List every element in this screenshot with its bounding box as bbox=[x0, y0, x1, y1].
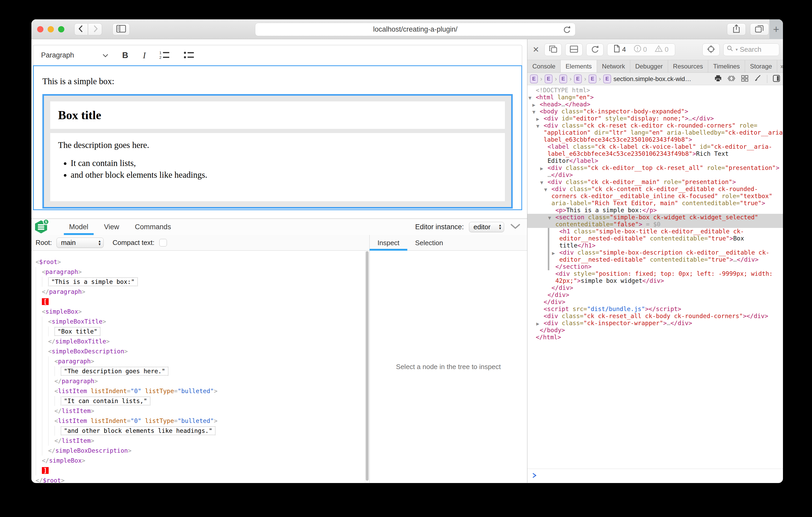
dom-tree-line[interactable]: <p>This is a simple box:</p> bbox=[527, 207, 783, 214]
dom-tree-line[interactable]: ▶<div class="ck ck-editor__top ck-reset_… bbox=[527, 164, 783, 172]
dom-tree-line[interactable]: label_e63cbbfece34c53ce23501062343f49b8"… bbox=[527, 150, 783, 157]
error-count[interactable]: 0 bbox=[634, 45, 647, 54]
breadcrumb-element-badge[interactable]: E bbox=[559, 74, 567, 83]
intro-paragraph[interactable]: This is a simple box: bbox=[42, 77, 513, 86]
dom-tree-line[interactable]: ▶<div class="ck-inspector-wrapper">…</di… bbox=[527, 320, 783, 327]
issue-counters[interactable]: 4 0 bbox=[607, 43, 675, 56]
model-tree-line[interactable]: [ bbox=[36, 297, 369, 307]
dom-tree-line[interactable]: <label class="ck ck-label ck-voice-label… bbox=[527, 143, 783, 150]
simple-box-title-field[interactable]: Box title bbox=[50, 101, 505, 129]
tab-storage[interactable]: Storage bbox=[745, 60, 777, 72]
tab-commands[interactable]: Commands bbox=[127, 219, 179, 235]
model-tree-line[interactable]: <paragraph> bbox=[36, 356, 369, 366]
model-tree-scrollbar[interactable] bbox=[365, 251, 369, 483]
model-tree-line[interactable]: </listItem> bbox=[36, 406, 369, 416]
tab-console[interactable]: Console bbox=[527, 60, 560, 72]
dom-tree-line[interactable]: <h1 class="simple-box-title ck-editor__e… bbox=[527, 228, 783, 235]
breadcrumb-selected-node[interactable]: section.simple-box.ck-wid… bbox=[613, 75, 691, 83]
model-tree-line[interactable]: </simpleBoxDescription> bbox=[36, 446, 369, 456]
quick-console[interactable] bbox=[527, 469, 783, 483]
tab-inspect[interactable]: Inspect bbox=[370, 235, 407, 251]
breadcrumb-element-badge[interactable]: E bbox=[588, 74, 597, 83]
dom-tree-line[interactable]: editor__nested-editable" contenteditable… bbox=[527, 235, 783, 242]
dom-tree-line[interactable]: ▼<section class="simple-box ck-widget ck… bbox=[527, 214, 783, 221]
dock-side-button[interactable] bbox=[544, 43, 562, 56]
titlebar[interactable]: localhost/creating-a-plugin/ bbox=[31, 19, 783, 39]
close-devtools-button[interactable]: ✕ bbox=[531, 45, 541, 54]
dom-tree-line[interactable]: ▼<html lang="en"> bbox=[527, 94, 783, 101]
dom-tree-line[interactable]: title</h1> bbox=[527, 242, 783, 249]
zoom-window-button[interactable] bbox=[58, 26, 64, 32]
dom-tree-line[interactable]: ▶<div class="simple-box-description ck-e… bbox=[527, 249, 783, 256]
model-tree-line[interactable]: "Box title" bbox=[36, 327, 369, 336]
dom-tree-line[interactable]: </div> bbox=[527, 292, 783, 299]
dom-tree-line[interactable]: corners ck-editor__editable_inline ck-fo… bbox=[527, 193, 783, 200]
scrollbar-thumb[interactable] bbox=[366, 251, 369, 481]
dom-tree-line[interactable]: …</div> bbox=[527, 172, 783, 179]
breadcrumb-element-badge[interactable]: E bbox=[530, 74, 538, 83]
simple-box-widget[interactable]: Box title The description goes here. It … bbox=[42, 94, 513, 209]
collapse-triangle-icon[interactable]: ▼ bbox=[536, 123, 544, 130]
dom-tree-line[interactable]: ▶<head>…</head> bbox=[527, 101, 783, 108]
compact-text-checkbox[interactable] bbox=[159, 239, 167, 246]
dom-tree-line[interactable]: <!DOCTYPE html> bbox=[527, 87, 783, 94]
model-tree-line[interactable]: </paragraph> bbox=[36, 376, 369, 386]
model-tree-line[interactable]: <paragraph> bbox=[36, 267, 369, 277]
root-select[interactable]: main ▲▼ bbox=[57, 238, 104, 248]
dom-tree-line[interactable]: Editor</label> bbox=[527, 157, 783, 164]
dom-tree-line[interactable]: <div style="position: fixed; top: 0px; l… bbox=[527, 270, 783, 277]
bulleted-list-button[interactable] bbox=[183, 51, 195, 60]
collapse-triangle-icon[interactable]: ▼ bbox=[540, 179, 548, 186]
tab-model[interactable]: Model bbox=[61, 219, 96, 235]
share-button[interactable] bbox=[727, 23, 746, 35]
dom-tree-line[interactable]: </body> bbox=[527, 327, 783, 334]
editor-instance-select[interactable]: editor ▲▼ bbox=[469, 222, 504, 232]
dom-tree-line[interactable]: ▼<div class="ck ck-reset ck-editor ck-ro… bbox=[527, 122, 783, 129]
tab-resources[interactable]: Resources bbox=[668, 60, 708, 72]
model-tree-line[interactable]: </paragraph> bbox=[36, 287, 369, 297]
collapse-triangle-icon[interactable]: ▼ bbox=[548, 215, 555, 222]
box-list-item[interactable]: and other block elements like headings. bbox=[70, 170, 497, 180]
print-styles-button[interactable] bbox=[714, 75, 722, 83]
model-tree-line[interactable]: ] bbox=[36, 465, 369, 476]
model-tree-line[interactable]: <simpleBoxDescription> bbox=[36, 346, 369, 356]
tab-overview-button[interactable] bbox=[750, 23, 769, 35]
tab-overflow-button[interactable]: » bbox=[777, 60, 783, 72]
model-tree-line[interactable]: "and other block elements like headings.… bbox=[36, 426, 369, 436]
tab-debugger[interactable]: Debugger bbox=[630, 60, 668, 72]
dom-tree-line[interactable]: ▼<body class="ck-inspector-body-expanded… bbox=[527, 108, 783, 115]
dom-tree-line[interactable]: editor__nested-editable" contenteditable… bbox=[527, 256, 783, 263]
paragraph-dropdown[interactable]: Paragraph bbox=[41, 51, 109, 59]
breadcrumb-element-badge[interactable]: E bbox=[603, 74, 611, 83]
dom-tree-line[interactable]: label_e63cbbfece34c53ce23501062343f49b8"… bbox=[527, 136, 783, 143]
model-tree-line[interactable]: "This is a simple box:" bbox=[36, 277, 369, 287]
layout-grid-button[interactable] bbox=[741, 75, 749, 83]
model-tree-line[interactable]: </simpleBox> bbox=[36, 456, 369, 465]
dom-tree-line[interactable]: <script src="dist/bundle.js"></script> bbox=[527, 306, 783, 313]
box-title-text[interactable]: Box title bbox=[58, 108, 497, 122]
collapse-inspector-button[interactable] bbox=[509, 223, 521, 231]
model-tree-line[interactable]: <simpleBoxTitle> bbox=[36, 316, 369, 327]
expand-triangle-icon[interactable]: ▶ bbox=[532, 102, 540, 109]
expand-triangle-icon[interactable]: ▶ bbox=[536, 116, 544, 123]
sidebar-toggle-button[interactable] bbox=[113, 23, 130, 35]
minimize-window-button[interactable] bbox=[48, 26, 54, 32]
tab-network[interactable]: Network bbox=[597, 60, 630, 72]
dock-bottom-button[interactable] bbox=[565, 43, 583, 56]
model-tree-line[interactable]: </$root> bbox=[36, 476, 369, 483]
dom-tree-line[interactable]: ▶<div id="editor" style="display: none;"… bbox=[527, 115, 783, 122]
tab-elements[interactable]: Elements bbox=[560, 60, 597, 72]
collapse-triangle-icon[interactable]: ▼ bbox=[532, 109, 540, 116]
model-tree-line[interactable]: <$root> bbox=[36, 257, 369, 267]
model-tree-line[interactable]: </simpleBoxTitle> bbox=[36, 336, 369, 346]
collapse-triangle-icon[interactable]: ▼ bbox=[528, 95, 536, 102]
dom-tree-line[interactable]: "application" dir="ltr" lang="en" aria-l… bbox=[527, 129, 783, 136]
model-tree-line[interactable]: <simpleBox> bbox=[36, 307, 369, 316]
tab-timelines[interactable]: Timelines bbox=[708, 60, 745, 72]
breadcrumb-element-badge[interactable]: E bbox=[574, 74, 582, 83]
back-button[interactable] bbox=[74, 23, 88, 35]
devtools-reload-button[interactable] bbox=[586, 43, 604, 56]
italic-button[interactable]: I bbox=[143, 51, 146, 60]
model-tree-line[interactable]: </listItem> bbox=[36, 436, 369, 446]
expand-triangle-icon[interactable]: ▶ bbox=[536, 321, 544, 328]
